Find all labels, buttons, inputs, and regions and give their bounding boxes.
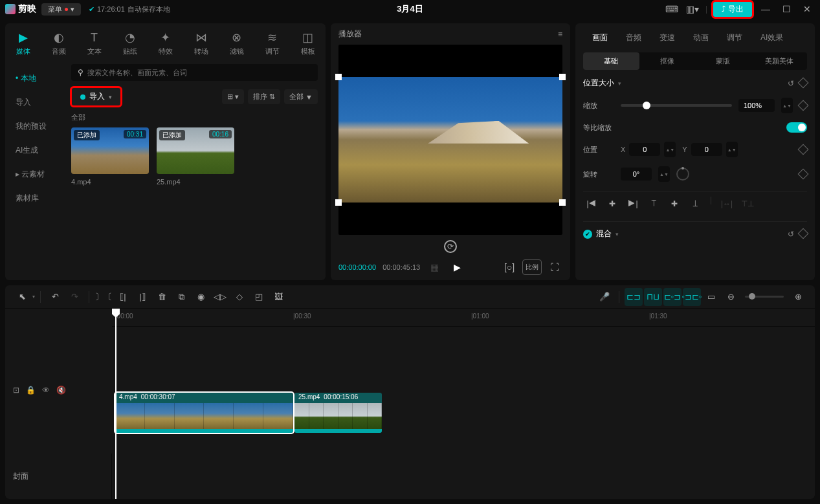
media-thumb[interactable]: 已添加00:314.mp4 <box>71 127 149 186</box>
timeline-clip[interactable]: 4.mp400:00:30:07 <box>115 393 293 433</box>
rotate-handle-icon[interactable]: ⟳ <box>444 240 457 253</box>
copy-tool[interactable]: ⧉ <box>172 288 190 306</box>
import-button[interactable]: 导入▾ <box>71 87 121 106</box>
tool-tab-3[interactable]: ◔贴纸 <box>112 28 148 59</box>
timeline-clip[interactable]: 25.mp400:00:15:06 <box>294 393 382 433</box>
tool-tab-4[interactable]: ✦特效 <box>148 28 183 59</box>
magnet-b[interactable]: ⊓⊔ <box>644 288 662 306</box>
align-center-v[interactable]: ✚ <box>666 195 683 212</box>
magnet-a[interactable]: ⊏⊐ <box>625 288 643 306</box>
play-button[interactable]: ▶ <box>454 262 461 272</box>
undo-button[interactable]: ↶ <box>46 288 64 306</box>
trim-right-tool[interactable]: |⟧ <box>133 288 151 306</box>
lock-icon[interactable]: 🔒 <box>26 386 36 395</box>
playhead[interactable] <box>115 309 116 499</box>
sub-tab-2[interactable]: 蒙版 <box>695 52 751 70</box>
tool-tab-1[interactable]: ◐音频 <box>41 28 76 59</box>
handle-tr[interactable] <box>559 74 566 80</box>
prop-tab-3[interactable]: 动画 <box>684 28 718 47</box>
rotate-keyframe[interactable] <box>798 169 809 180</box>
crop-tool[interactable]: ◰ <box>250 288 268 306</box>
player-frame[interactable] <box>338 77 562 203</box>
align-left[interactable]: |⯇ <box>583 195 600 212</box>
keyframe-icon[interactable] <box>798 77 809 88</box>
mix-check-icon[interactable]: ✔ <box>583 230 592 239</box>
sidebar-item-5[interactable]: 素材库 <box>5 186 63 210</box>
pos-y-input[interactable] <box>691 143 722 156</box>
cursor-tool[interactable]: ⬉ <box>13 288 31 306</box>
focus-icon[interactable]: [○] <box>502 259 517 275</box>
layout-icon[interactable]: ▥▾ <box>685 1 700 17</box>
rotate-spinner[interactable]: ▲▼ <box>658 166 670 182</box>
prop-tab-5[interactable]: AI效果 <box>751 28 792 47</box>
trim-left-tool[interactable]: ⟦| <box>114 288 132 306</box>
mute-icon[interactable]: 🔇 <box>56 386 66 395</box>
delete-tool[interactable]: 🗑 <box>153 288 171 306</box>
zoom-in[interactable]: ⊕ <box>789 288 807 306</box>
align-right[interactable]: ⯈| <box>625 195 641 212</box>
tool-tab-5[interactable]: ⋈转场 <box>183 28 219 59</box>
eye-icon[interactable]: 👁 <box>42 386 50 395</box>
export-button[interactable]: ⤴导出 <box>713 1 753 17</box>
minimize-button[interactable]: — <box>758 1 773 17</box>
mix-keyframe[interactable] <box>798 228 809 239</box>
handle-tl[interactable] <box>335 74 342 80</box>
prop-tab-1[interactable]: 音频 <box>617 28 650 47</box>
sidebar-item-4[interactable]: ▸ 云素材 <box>5 162 63 186</box>
zoom-out[interactable]: ⊖ <box>722 288 740 306</box>
sidebar-item-0[interactable]: • 本地 <box>5 67 63 91</box>
media-thumb[interactable]: 已添加00:1625.mp4 <box>157 127 234 186</box>
close-button[interactable]: ✕ <box>799 1 815 17</box>
sub-tab-1[interactable]: 抠像 <box>639 52 696 70</box>
fullscreen-icon[interactable]: ⛶ <box>547 259 562 275</box>
sub-tab-3[interactable]: 美颜美体 <box>751 52 808 70</box>
distribute-v[interactable]: ⊤⊥ <box>739 195 756 212</box>
prop-tab-2[interactable]: 变速 <box>650 28 684 47</box>
handle-bl[interactable] <box>335 199 342 206</box>
sidebar-item-1[interactable]: 导入 <box>5 91 63 115</box>
player-menu-icon[interactable]: ≡ <box>558 30 562 39</box>
expand-icon[interactable]: ⊡ <box>13 386 19 395</box>
record-tool[interactable]: ◉ <box>192 288 210 306</box>
align-top[interactable]: ⟙ <box>645 195 662 212</box>
view-toggle[interactable]: ⊞▾ <box>222 89 244 104</box>
pos-keyframe[interactable] <box>798 144 809 155</box>
equal-scale-toggle[interactable] <box>786 122 807 133</box>
mic-icon[interactable]: 🎤 <box>595 288 614 306</box>
link-tool[interactable]: ⊏◦⊐ <box>663 288 681 306</box>
search-input[interactable] <box>87 69 311 76</box>
split-tool[interactable]: 〕〔 <box>94 288 113 306</box>
align-bottom[interactable]: ⟘ <box>687 195 704 212</box>
pos-y-spinner[interactable]: ▲▼ <box>726 142 738 157</box>
player-viewport[interactable]: ⟳ <box>338 45 562 235</box>
redo-button[interactable]: ↷ <box>65 288 83 306</box>
mirror-tool[interactable]: ◁▷ <box>211 288 229 306</box>
tool-tab-7[interactable]: ≋调节 <box>254 28 290 59</box>
sort-button[interactable]: 排序⇅ <box>248 89 280 104</box>
keyboard-icon[interactable]: ⌨ <box>664 1 680 17</box>
snap-tool[interactable]: ◦⊐⊏◦ <box>683 288 701 306</box>
tool-tab-8[interactable]: ◫模板 <box>290 28 326 59</box>
preview-tool[interactable]: ▭ <box>702 288 720 306</box>
sub-tab-0[interactable]: 基础 <box>583 52 639 70</box>
grid-icon[interactable]: ▦ <box>427 259 442 275</box>
zoom-slider[interactable] <box>745 296 784 298</box>
reset-icon[interactable]: ↺ <box>788 79 794 88</box>
menu-button[interactable]: 菜单▾ <box>41 3 81 16</box>
tool-tab-0[interactable]: ▶媒体 <box>5 28 41 59</box>
distribute-h[interactable]: |↔| <box>718 195 735 212</box>
sidebar-item-3[interactable]: AI生成 <box>5 138 63 162</box>
scale-spinner[interactable]: ▲▼ <box>781 98 793 113</box>
ai-tool[interactable]: 🖼 <box>269 288 287 306</box>
ratio-button[interactable]: 比例 <box>522 259 542 275</box>
tool-tab-6[interactable]: ⊗滤镜 <box>219 28 254 59</box>
rotate-wheel[interactable] <box>676 168 689 181</box>
rotate-tool[interactable]: ◇ <box>230 288 249 306</box>
rotate-input[interactable] <box>621 168 652 181</box>
maximize-button[interactable]: ☐ <box>779 1 794 17</box>
prop-tab-4[interactable]: 调节 <box>718 28 751 47</box>
scale-slider[interactable] <box>621 104 732 107</box>
mix-reset-icon[interactable]: ↺ <box>788 230 794 239</box>
sidebar-item-2[interactable]: 我的预设 <box>5 115 63 138</box>
handle-br[interactable] <box>559 199 566 206</box>
